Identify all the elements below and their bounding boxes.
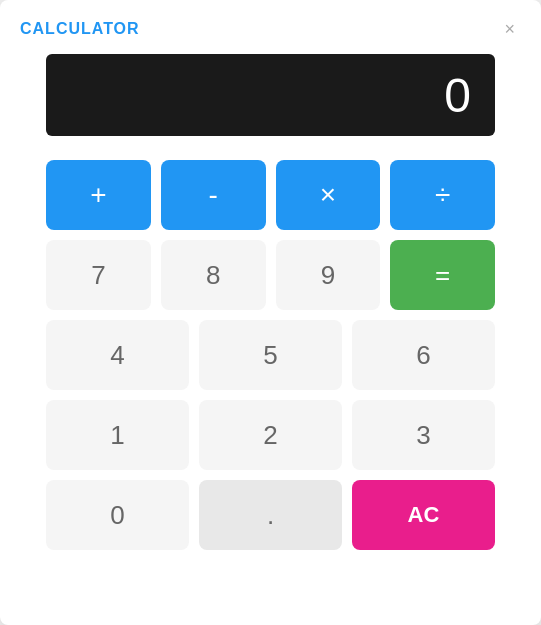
key-add[interactable]: +	[46, 160, 151, 230]
key-equals[interactable]: =	[390, 240, 495, 310]
key-dot[interactable]: .	[199, 480, 342, 550]
key-multiply[interactable]: ×	[276, 160, 381, 230]
app-title: CALCULATOR	[20, 20, 140, 38]
key-two[interactable]: 2	[199, 400, 342, 470]
calculator-window: CALCULATOR × 0 + - × ÷ 7 8 9 = 4 5 6 1 2	[0, 0, 541, 625]
key-subtract[interactable]: -	[161, 160, 266, 230]
key-six[interactable]: 6	[352, 320, 495, 390]
key-zero[interactable]: 0	[46, 480, 189, 550]
display-value: 0	[444, 68, 471, 123]
keypad-row-456: 4 5 6	[46, 320, 495, 390]
keypad-row-789: 7 8 9 =	[46, 240, 495, 310]
key-three[interactable]: 3	[352, 400, 495, 470]
titlebar: CALCULATOR ×	[0, 0, 541, 54]
keypad-row-0-dot-ac: 0 . AC	[46, 480, 495, 550]
key-four[interactable]: 4	[46, 320, 189, 390]
close-button[interactable]: ×	[498, 18, 521, 40]
key-eight[interactable]: 8	[161, 240, 266, 310]
key-nine[interactable]: 9	[276, 240, 381, 310]
key-divide[interactable]: ÷	[390, 160, 495, 230]
key-seven[interactable]: 7	[46, 240, 151, 310]
keypad-row-operators: + - × ÷	[46, 160, 495, 230]
display: 0	[46, 54, 495, 136]
key-clear[interactable]: AC	[352, 480, 495, 550]
keypad: + - × ÷ 7 8 9 = 4 5 6 1 2 3 0 . AC	[46, 160, 495, 550]
keypad-row-123: 1 2 3	[46, 400, 495, 470]
key-one[interactable]: 1	[46, 400, 189, 470]
key-five[interactable]: 5	[199, 320, 342, 390]
